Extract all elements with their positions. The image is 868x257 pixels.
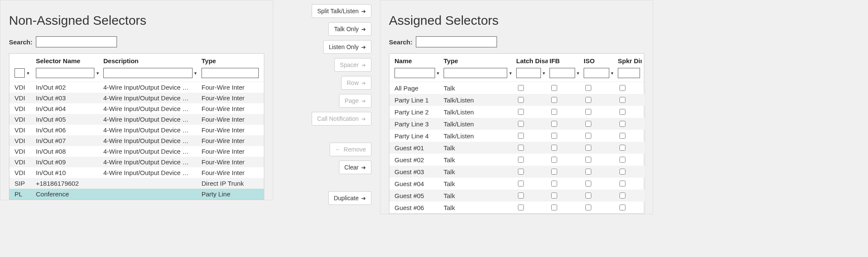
checkbox[interactable]: [620, 157, 625, 163]
col-header-iso[interactable]: ISO: [584, 57, 614, 64]
checkbox[interactable]: [620, 169, 625, 175]
filter-type[interactable]: [202, 68, 259, 78]
col-header-latch-disable[interactable]: Latch Disable: [516, 57, 546, 64]
checkbox[interactable]: [551, 97, 557, 103]
checkbox[interactable]: [620, 204, 625, 210]
col-header-spkr-dim[interactable]: Spkr Dim: [618, 57, 640, 64]
filter-latch[interactable]: [516, 68, 541, 78]
filter-icon[interactable]: ▾: [508, 70, 513, 76]
filter-icon[interactable]: ▾: [95, 70, 100, 76]
row-button[interactable]: Row: [341, 76, 371, 90]
filter-spkr[interactable]: [618, 68, 640, 78]
checkbox[interactable]: [585, 145, 591, 151]
col-header-ifb[interactable]: IFB: [549, 57, 580, 64]
filter-icon[interactable]: ▾: [610, 70, 614, 76]
checkbox[interactable]: [551, 204, 557, 210]
table-row[interactable]: Guest #04Talk: [389, 178, 645, 190]
table-row[interactable]: All PageTalk: [389, 82, 645, 94]
table-row[interactable]: Guest #05Talk: [389, 190, 645, 202]
table-row[interactable]: Guest #01Talk: [389, 142, 645, 154]
table-row[interactable]: VDIIn/Out #074-Wire Input/Output Device …: [9, 135, 264, 146]
page-button[interactable]: Page: [339, 94, 371, 108]
clear-button[interactable]: Clear: [339, 161, 371, 174]
checkbox[interactable]: [518, 133, 524, 139]
table-row[interactable]: VDIIn/Out #094-Wire Input/Output Device …: [9, 157, 264, 167]
listen-only-button[interactable]: Listen Only: [323, 40, 371, 54]
checkbox[interactable]: [585, 204, 591, 210]
checkbox[interactable]: [620, 85, 625, 91]
table-row[interactable]: Guest #03Talk: [389, 166, 645, 178]
checkbox[interactable]: [551, 145, 557, 151]
table-row[interactable]: VDIIn/Out #024-Wire Input/Output Device …: [9, 82, 264, 93]
col-header-name[interactable]: Name: [393, 57, 442, 64]
col-header-selector-name[interactable]: Selector Name: [34, 57, 102, 64]
filter-icon[interactable]: ▾: [193, 70, 198, 76]
checkbox[interactable]: [518, 121, 524, 127]
search-input-left[interactable]: [36, 36, 117, 47]
checkbox[interactable]: [518, 157, 524, 163]
checkbox[interactable]: [585, 97, 591, 103]
spacer-button[interactable]: Spacer: [334, 58, 371, 72]
remove-button[interactable]: Remove: [330, 143, 371, 156]
filter-icon[interactable]: ▾: [26, 70, 31, 76]
table-row[interactable]: Party Line 1Talk/Listen: [389, 94, 645, 106]
checkbox[interactable]: [518, 181, 524, 187]
checkbox[interactable]: [620, 145, 625, 151]
filter-icon[interactable]: ▾: [436, 70, 440, 76]
call-notification-button[interactable]: Call Notification: [312, 112, 371, 126]
checkbox[interactable]: [620, 97, 625, 103]
checkbox[interactable]: [620, 193, 625, 199]
checkbox[interactable]: [518, 145, 524, 151]
table-row[interactable]: VDIIn/Out #104-Wire Input/Output Device …: [9, 167, 264, 178]
checkbox[interactable]: [551, 133, 557, 139]
filter-icon[interactable]: ▾: [576, 70, 580, 76]
select-all-checkbox[interactable]: [15, 68, 25, 78]
checkbox[interactable]: [551, 109, 557, 115]
checkbox[interactable]: [585, 85, 591, 91]
table-row[interactable]: Party Line 4Talk/Listen: [389, 130, 645, 142]
checkbox[interactable]: [620, 181, 625, 187]
checkbox[interactable]: [551, 181, 557, 187]
checkbox[interactable]: [585, 157, 591, 163]
search-input-right[interactable]: [416, 36, 497, 47]
checkbox[interactable]: [551, 121, 557, 127]
checkbox[interactable]: [551, 85, 557, 91]
checkbox[interactable]: [551, 169, 557, 175]
split-talk-listen-button[interactable]: Split Talk/Listen: [312, 4, 371, 18]
checkbox[interactable]: [518, 193, 524, 199]
checkbox[interactable]: [585, 109, 591, 115]
duplicate-button[interactable]: Duplicate: [328, 191, 371, 205]
table-row[interactable]: Guest #06Talk: [389, 202, 645, 213]
checkbox[interactable]: [518, 204, 524, 210]
checkbox[interactable]: [620, 109, 625, 115]
checkbox[interactable]: [585, 169, 591, 175]
checkbox[interactable]: [585, 193, 591, 199]
filter-iso[interactable]: [584, 68, 609, 78]
checkbox[interactable]: [585, 181, 591, 187]
filter-icon[interactable]: ▾: [542, 70, 546, 76]
checkbox[interactable]: [620, 133, 625, 139]
checkbox[interactable]: [518, 97, 524, 103]
checkbox[interactable]: [620, 121, 625, 127]
checkbox[interactable]: [518, 109, 524, 115]
talk-only-button[interactable]: Talk Only: [328, 22, 371, 36]
filter-name[interactable]: [395, 68, 435, 78]
table-row[interactable]: PLConferenceParty Line: [9, 189, 264, 199]
checkbox[interactable]: [518, 169, 524, 175]
col-header-description[interactable]: Description: [102, 57, 200, 64]
table-row[interactable]: VDIIn/Out #044-Wire Input/Output Device …: [9, 103, 264, 114]
table-row[interactable]: Party Line 2Talk/Listen: [389, 106, 645, 118]
table-row[interactable]: VDIIn/Out #064-Wire Input/Output Device …: [9, 125, 264, 135]
checkbox[interactable]: [551, 157, 557, 163]
col-header-type[interactable]: Type: [200, 57, 260, 64]
checkbox[interactable]: [518, 85, 524, 91]
table-row[interactable]: VDIIn/Out #084-Wire Input/Output Device …: [9, 146, 264, 157]
checkbox[interactable]: [585, 133, 591, 139]
table-row[interactable]: SIP+18186179602Direct IP Trunk: [9, 178, 264, 189]
table-row[interactable]: VDIIn/Out #054-Wire Input/Output Device …: [9, 114, 264, 125]
checkbox[interactable]: [585, 121, 591, 127]
filter-type[interactable]: [444, 68, 507, 78]
table-row[interactable]: Party Line 3Talk/Listen: [389, 118, 645, 130]
filter-description[interactable]: [103, 68, 193, 78]
scrollbar[interactable]: [645, 82, 646, 213]
